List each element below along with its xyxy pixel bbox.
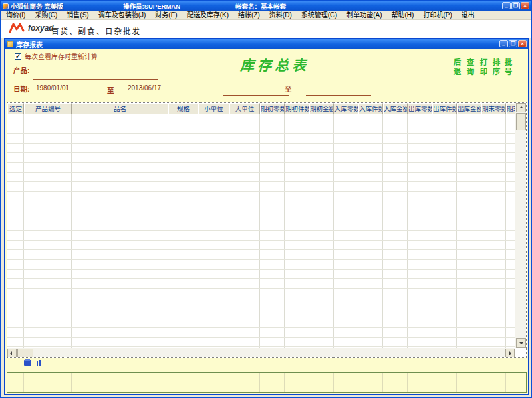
grid-line [7, 269, 515, 270]
menu-item[interactable]: 退出 [457, 11, 479, 19]
column-header[interactable]: 期初件数 [285, 103, 309, 114]
grid-line [198, 114, 198, 348]
column-header[interactable]: 规格 [168, 103, 198, 114]
grid-line [7, 278, 515, 279]
grid-line [7, 298, 515, 298]
grid-line [432, 114, 432, 348]
menu-item[interactable]: 系统管理(G) [297, 11, 342, 19]
grid-line [309, 114, 309, 348]
inventory-table: 选定产品编号品名规格小单位大单位期初零数期初件数期初金额入库零数入库件数入库金额… [7, 102, 527, 358]
grid-line [505, 114, 506, 348]
date-from-value[interactable]: 1980/01/01 [36, 84, 69, 92]
scroll-left-button[interactable] [7, 349, 17, 357]
banner: foxyad 百货、副食、日杂批发 [1, 20, 531, 38]
grid-line [7, 230, 515, 231]
menu-item[interactable]: 资料(D) [265, 11, 297, 19]
menu-item[interactable]: 采购(C) [30, 11, 62, 19]
column-header[interactable]: 入库金额 [383, 103, 408, 114]
range-to-label: 至 [285, 84, 292, 94]
date-label: 日期: [13, 84, 30, 94]
report-close-button[interactable]: × [518, 40, 527, 47]
grid-line [481, 114, 481, 348]
restore-button[interactable]: ❐ [511, 2, 520, 9]
column-header[interactable]: 小单位 [198, 103, 229, 114]
grid-line [7, 162, 515, 163]
column-header[interactable]: 入库零数 [334, 103, 358, 114]
column-header[interactable]: 期初零数 [260, 103, 285, 114]
grid-line [7, 337, 515, 338]
grid-line [382, 114, 383, 348]
table-body [7, 114, 515, 348]
menu-item[interactable]: 销售(S) [62, 11, 93, 19]
column-header[interactable]: 大单位 [229, 103, 260, 114]
menu-item[interactable]: 配送及库存(K) [182, 11, 233, 19]
menu-item[interactable]: 调车及包装物(J) [94, 11, 151, 19]
range-from-input[interactable] [223, 95, 289, 96]
column-header[interactable]: 入库件数 [358, 103, 383, 114]
close-button[interactable]: × [521, 2, 529, 9]
grid-line [7, 143, 515, 144]
date-to-label: 至 [107, 85, 114, 95]
recalc-checkbox[interactable]: ✓ [15, 53, 21, 60]
side-button-2[interactable]: 查询 [466, 58, 473, 76]
grid-line [7, 124, 515, 124]
report-window-titlebar: 库存报表 _ ❐ × [5, 39, 528, 49]
horizontal-scrollbar[interactable] [7, 348, 515, 357]
column-header[interactable]: 出库金额 [457, 103, 481, 114]
grid-line [7, 211, 515, 211]
side-button-3[interactable]: 打印 [479, 58, 487, 76]
date-to-value[interactable]: 2013/06/17 [128, 84, 161, 92]
menu-item[interactable]: 结帐(Z) [233, 11, 265, 19]
operator-label: 操作员:SUPERMAN [123, 1, 180, 11]
status-icons [24, 360, 41, 366]
grid-line [7, 133, 515, 134]
column-header[interactable]: 期末零数 [481, 103, 506, 114]
vertical-scrollbar[interactable] [515, 103, 526, 348]
column-header[interactable]: 期初金额 [309, 103, 334, 114]
recalc-checkbox-label: 每次查看库存时重新计算 [25, 51, 98, 61]
grid-line [407, 114, 408, 348]
grid-line [7, 240, 515, 241]
grid-line [7, 152, 515, 153]
grid-line [358, 114, 358, 348]
menu-item[interactable]: 打印机(P) [418, 11, 456, 19]
menu-item[interactable]: 帮助(H) [387, 11, 419, 19]
printer-icon[interactable] [24, 360, 31, 366]
grid-line [7, 201, 515, 201]
vertical-scroll-thumb[interactable] [516, 113, 526, 130]
grid-line [7, 221, 515, 221]
grid-line [7, 191, 515, 192]
menu-item[interactable]: 询价(I) [1, 11, 30, 19]
grid-line [7, 249, 515, 250]
menu-item[interactable]: 制单功能(A) [342, 11, 386, 19]
report-minimize-button[interactable]: _ [499, 40, 508, 47]
application-window: 小狐仙商务 完美版 操作员:SUPERMAN 帐套名：基本帐套 _ ❐ × 询价… [0, 0, 532, 398]
side-button-1[interactable]: 后退 [452, 58, 460, 76]
column-header[interactable]: 产品编号 [24, 103, 72, 114]
product-input[interactable] [33, 79, 158, 80]
scroll-right-button[interactable] [505, 349, 515, 357]
app-titlebar: 小狐仙商务 完美版 操作员:SUPERMAN 帐套名：基本帐套 _ ❐ × [1, 1, 531, 11]
account-label: 帐套名：基本帐套 [235, 1, 286, 11]
column-header[interactable]: 选定 [7, 103, 24, 114]
report-restore-button[interactable]: ❐ [509, 40, 517, 47]
scroll-down-button[interactable] [516, 338, 526, 348]
report-window-icon [7, 41, 13, 47]
sort-bars-icon[interactable] [37, 360, 41, 366]
grid-line [7, 318, 515, 318]
range-to-input[interactable] [306, 95, 371, 96]
report-window-content: ✓ 每次查看库存时重新计算 产品: 库存总表 后退查询打印排序批号 日期: 19… [5, 49, 528, 394]
minimize-button[interactable]: _ [502, 2, 511, 9]
column-header[interactable]: 出库零数 [408, 103, 432, 114]
scroll-up-button[interactable] [516, 103, 526, 112]
horizontal-scroll-thumb[interactable] [17, 349, 33, 357]
grid-line [168, 114, 168, 348]
menu-item[interactable]: 财务(E) [150, 11, 182, 19]
side-button-5[interactable]: 批号 [503, 58, 511, 76]
column-header[interactable]: 期末件数 [506, 103, 515, 114]
column-header[interactable]: 出库件数 [432, 103, 457, 114]
column-header[interactable]: 品名 [72, 103, 168, 114]
fox-logo-icon [9, 23, 27, 33]
grid-line [333, 114, 334, 348]
side-button-4[interactable]: 排序 [491, 58, 499, 76]
